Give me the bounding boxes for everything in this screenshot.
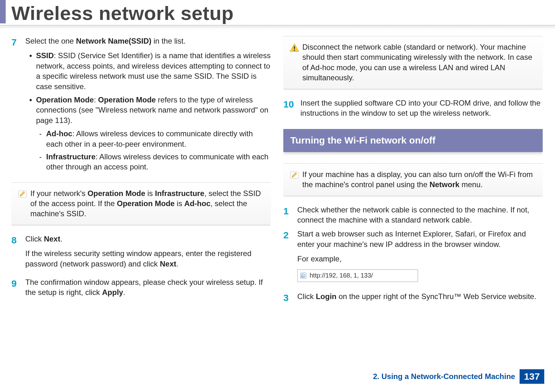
ie-page-icon xyxy=(299,271,308,280)
warning-disconnect-cable: Disconnect the network cable (standard o… xyxy=(283,36,543,89)
bullet-operation-mode: • Operation Mode: Operation Mode refers … xyxy=(25,95,271,126)
bullet-body: SSID: SSID (Service Set Identifier) is a… xyxy=(36,51,271,92)
bullet-body: Operation Mode: Operation Mode refers to… xyxy=(36,95,271,126)
warning-icon xyxy=(287,42,302,83)
content-columns: 7 Select the one Network Name(SSID) in t… xyxy=(0,29,555,308)
step-number: 10 xyxy=(283,98,300,119)
step7-intro: Select the one Network Name(SSID) in the… xyxy=(25,36,271,46)
footer-chapter-label: 2. Using a Network-Connected Machine xyxy=(373,372,515,381)
step-body: Check whether the network cable is conne… xyxy=(297,205,543,225)
page-title: Wireless network setup xyxy=(11,2,555,24)
sub-body: Infrastructure: Allows wireless devices … xyxy=(46,152,271,172)
step-body: The confirmation window appears, please … xyxy=(25,277,271,302)
note-operation-mode: If your network's Operation Mode is Infr… xyxy=(11,182,271,225)
bullet-marker: • xyxy=(25,95,36,126)
left-column: 7 Select the one Network Name(SSID) in t… xyxy=(11,36,271,308)
step-9: 9 The confirmation window appears, pleas… xyxy=(11,277,271,302)
right-column: Disconnect the network cable (standard o… xyxy=(283,36,543,308)
step-body: Select the one Network Name(SSID) in the… xyxy=(25,36,271,175)
step2-text: Start a web browser such as Internet Exp… xyxy=(297,229,543,249)
svg-point-2 xyxy=(294,50,295,51)
dash-marker: - xyxy=(35,152,46,172)
step-10: 10 Insert the supplied software CD into … xyxy=(283,98,543,119)
sub-infrastructure: - Infrastructure: Allows wireless device… xyxy=(35,152,271,172)
step-body: Click Login on the upper right of the Sy… xyxy=(297,291,543,304)
step-1: 1 Check whether the network cable is con… xyxy=(283,205,543,225)
step-number: 8 xyxy=(11,234,25,273)
svg-rect-1 xyxy=(294,46,295,49)
title-bar: Wireless network setup xyxy=(0,0,555,24)
step2-example-label: For example, xyxy=(297,254,543,264)
url-text: http://192, 168, 1, 133/ xyxy=(310,271,418,280)
step-body: Start a web browser such as Internet Exp… xyxy=(297,229,543,287)
step-2: 2 Start a web browser such as Internet E… xyxy=(283,229,543,287)
step-8: 8 Click Next. If the wireless security s… xyxy=(11,234,271,273)
section-header-wifi-toggle: Turning the Wi-Fi network on/off xyxy=(283,129,543,152)
step-number: 9 xyxy=(11,277,25,302)
step-number: 1 xyxy=(283,205,297,225)
step-number: 2 xyxy=(283,229,297,287)
step8-line2: If the wireless security setting window … xyxy=(25,248,271,269)
warning-text: Disconnect the network cable (standard o… xyxy=(302,42,540,83)
step-3: 3 Click Login on the upper right of the … xyxy=(283,291,543,304)
sub-adhoc: - Ad-hoc: Allows wireless devices to com… xyxy=(35,129,271,149)
step9-text: The confirmation window appears, please … xyxy=(25,277,271,298)
footer: 2. Using a Network-Connected Machine 137 xyxy=(373,369,544,384)
step8-line1: Click Next. xyxy=(25,234,271,244)
bullet-marker: • xyxy=(25,51,36,92)
step-body: Click Next. If the wireless security set… xyxy=(25,234,271,273)
note-icon xyxy=(287,169,302,190)
bullet-ssid: • SSID: SSID (Service Set Identifier) is… xyxy=(25,51,271,92)
note-text: If your network's Operation Mode is Infr… xyxy=(30,188,268,219)
title-shadow xyxy=(0,27,555,29)
header-accent-stripe xyxy=(0,0,6,23)
dash-marker: - xyxy=(35,129,46,149)
url-bar-example: http://192, 168, 1, 133/ xyxy=(297,269,418,282)
sub-body: Ad-hoc: Allows wireless devices to commu… xyxy=(46,129,271,149)
step-7: 7 Select the one Network Name(SSID) in t… xyxy=(11,36,271,175)
section-shadow xyxy=(283,153,543,156)
step-body: Insert the supplied software CD into you… xyxy=(300,98,543,119)
note-wifi-display: If your machine has a display, you can a… xyxy=(283,163,543,196)
step-number: 3 xyxy=(283,291,297,304)
note-text: If your machine has a display, you can a… xyxy=(302,169,540,190)
note-icon xyxy=(15,188,30,219)
page-number-badge: 137 xyxy=(520,369,544,384)
step-number: 7 xyxy=(11,36,25,175)
